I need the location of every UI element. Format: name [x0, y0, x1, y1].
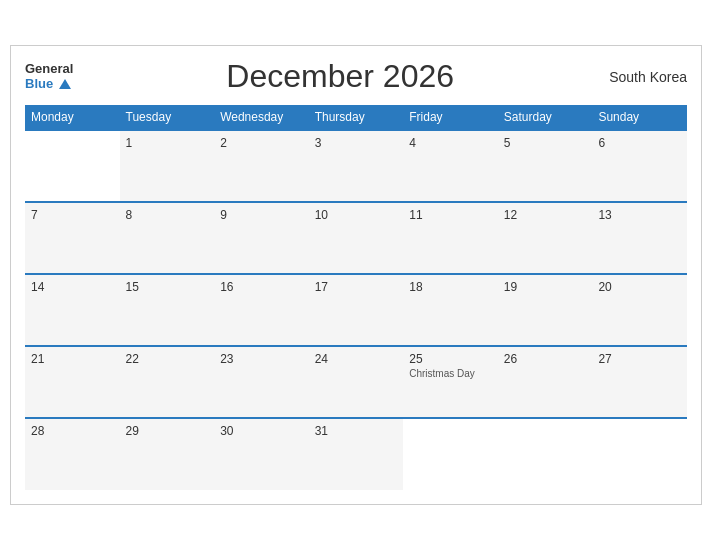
calendar-container: General Blue December 2026 South Korea M… [10, 45, 702, 505]
calendar-cell: 13 [592, 202, 687, 274]
calendar-cell [592, 418, 687, 490]
day-number: 20 [598, 280, 611, 294]
calendar-cell: 28 [25, 418, 120, 490]
day-number: 4 [409, 136, 416, 150]
logo: General Blue [25, 62, 73, 91]
calendar-cell: 1 [120, 130, 215, 202]
calendar-cell: 7 [25, 202, 120, 274]
day-number: 9 [220, 208, 227, 222]
calendar-cell: 24 [309, 346, 404, 418]
day-number: 26 [504, 352, 517, 366]
calendar-cell [403, 418, 498, 490]
calendar-cell: 25Christmas Day [403, 346, 498, 418]
week-row-1: 123456 [25, 130, 687, 202]
day-number: 8 [126, 208, 133, 222]
weekday-header-monday: Monday [25, 105, 120, 130]
calendar-cell: 8 [120, 202, 215, 274]
day-number: 12 [504, 208, 517, 222]
calendar-header: General Blue December 2026 South Korea [25, 58, 687, 95]
calendar-cell: 15 [120, 274, 215, 346]
week-row-4: 2122232425Christmas Day2627 [25, 346, 687, 418]
calendar-cell [498, 418, 593, 490]
calendar-cell: 14 [25, 274, 120, 346]
calendar-cell: 9 [214, 202, 309, 274]
weekday-header-wednesday: Wednesday [214, 105, 309, 130]
calendar-cell: 12 [498, 202, 593, 274]
calendar-grid: MondayTuesdayWednesdayThursdayFridaySatu… [25, 105, 687, 490]
calendar-cell: 18 [403, 274, 498, 346]
weekday-header-row: MondayTuesdayWednesdayThursdayFridaySatu… [25, 105, 687, 130]
calendar-cell: 5 [498, 130, 593, 202]
day-number: 21 [31, 352, 44, 366]
calendar-cell: 22 [120, 346, 215, 418]
day-number: 1 [126, 136, 133, 150]
day-number: 23 [220, 352, 233, 366]
day-number: 3 [315, 136, 322, 150]
day-number: 5 [504, 136, 511, 150]
calendar-cell: 2 [214, 130, 309, 202]
calendar-cell: 19 [498, 274, 593, 346]
logo-bottom: Blue [25, 77, 71, 91]
calendar-cell: 30 [214, 418, 309, 490]
day-number: 11 [409, 208, 422, 222]
calendar-title: December 2026 [73, 58, 607, 95]
weekday-header-sunday: Sunday [592, 105, 687, 130]
weekday-header-friday: Friday [403, 105, 498, 130]
calendar-cell: 26 [498, 346, 593, 418]
calendar-cell: 17 [309, 274, 404, 346]
week-row-3: 14151617181920 [25, 274, 687, 346]
day-number: 27 [598, 352, 611, 366]
calendar-cell: 3 [309, 130, 404, 202]
calendar-cell: 27 [592, 346, 687, 418]
calendar-cell: 31 [309, 418, 404, 490]
week-row-2: 78910111213 [25, 202, 687, 274]
calendar-cell: 11 [403, 202, 498, 274]
day-number: 25 [409, 352, 422, 366]
weekday-header-tuesday: Tuesday [120, 105, 215, 130]
day-number: 13 [598, 208, 611, 222]
calendar-cell: 20 [592, 274, 687, 346]
day-number: 28 [31, 424, 44, 438]
calendar-cell: 21 [25, 346, 120, 418]
day-number: 31 [315, 424, 328, 438]
calendar-cell: 6 [592, 130, 687, 202]
logo-flag-icon [59, 79, 71, 89]
calendar-region: South Korea [607, 69, 687, 85]
day-number: 29 [126, 424, 139, 438]
day-number: 10 [315, 208, 328, 222]
day-number: 14 [31, 280, 44, 294]
weekday-header-thursday: Thursday [309, 105, 404, 130]
logo-top: General [25, 62, 73, 76]
calendar-cell [25, 130, 120, 202]
calendar-cell: 29 [120, 418, 215, 490]
calendar-cell: 23 [214, 346, 309, 418]
day-number: 6 [598, 136, 605, 150]
calendar-cell: 4 [403, 130, 498, 202]
day-number: 30 [220, 424, 233, 438]
day-number: 19 [504, 280, 517, 294]
day-number: 22 [126, 352, 139, 366]
calendar-cell: 16 [214, 274, 309, 346]
day-number: 18 [409, 280, 422, 294]
day-number: 17 [315, 280, 328, 294]
weekday-header-saturday: Saturday [498, 105, 593, 130]
day-number: 7 [31, 208, 38, 222]
holiday-name: Christmas Day [409, 368, 492, 379]
day-number: 15 [126, 280, 139, 294]
day-number: 16 [220, 280, 233, 294]
day-number: 2 [220, 136, 227, 150]
week-row-5: 28293031 [25, 418, 687, 490]
calendar-cell: 10 [309, 202, 404, 274]
day-number: 24 [315, 352, 328, 366]
